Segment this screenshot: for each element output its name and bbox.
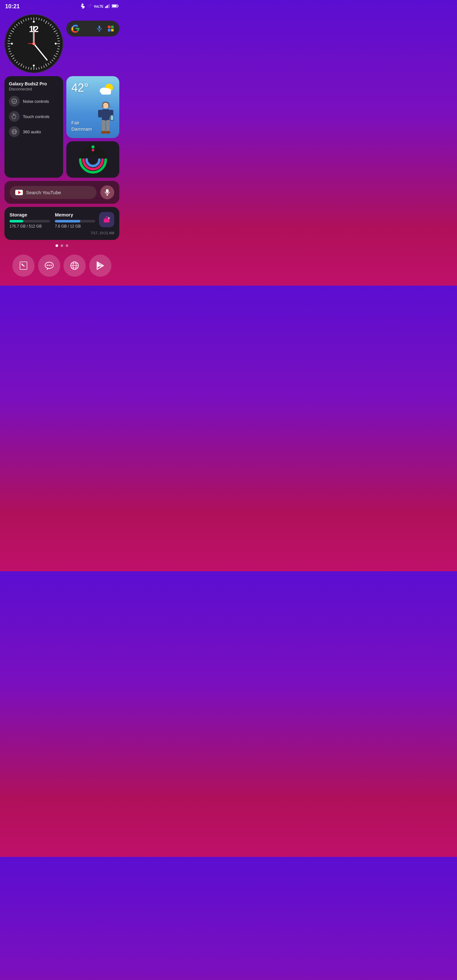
- svg-line-13: [45, 21, 47, 24]
- svg-rect-99: [98, 110, 102, 118]
- youtube-widget[interactable]: Search YouTube: [5, 181, 119, 204]
- google-action-icons: [96, 25, 114, 32]
- svg-point-128: [47, 265, 48, 266]
- svg-line-45: [16, 62, 18, 63]
- internet-icon: [70, 261, 80, 270]
- svg-line-55: [8, 38, 11, 38]
- svg-rect-86: [111, 29, 114, 32]
- svg-line-28: [54, 55, 56, 57]
- clock-widget[interactable]: 12: [5, 14, 63, 73]
- battery-icon: [112, 4, 119, 9]
- svg-point-114: [92, 149, 94, 151]
- signal-icon: [105, 4, 110, 9]
- audio-360-icon: [9, 126, 20, 137]
- svg-line-62: [18, 22, 20, 24]
- svg-rect-6: [118, 5, 118, 7]
- storage-label: Storage: [10, 212, 50, 217]
- svg-line-66: [28, 18, 29, 20]
- memory-bar-bg: [55, 220, 95, 223]
- google-search-bar[interactable]: [66, 21, 119, 37]
- weather-city: Dammam: [72, 126, 92, 132]
- page-dot-1[interactable]: [61, 244, 63, 247]
- svg-line-57: [10, 33, 12, 34]
- svg-line-41: [26, 67, 26, 69]
- svg-rect-106: [106, 131, 110, 134]
- dock-internet[interactable]: [64, 255, 86, 277]
- svg-line-48: [11, 55, 14, 57]
- svg-line-17: [53, 28, 55, 30]
- svg-line-36: [39, 67, 39, 70]
- svg-line-43: [21, 64, 22, 66]
- storage-bar-bg: [10, 220, 50, 223]
- svg-line-37: [36, 68, 37, 70]
- page-dot-2[interactable]: [66, 244, 68, 247]
- svg-line-39: [31, 68, 32, 70]
- google-mic-icon[interactable]: [96, 25, 103, 32]
- youtube-mic-button[interactable]: [100, 185, 114, 199]
- svg-line-9: [36, 18, 37, 20]
- health-widget[interactable]: [66, 141, 119, 178]
- storage-value: 176.7 GB / 512 GB: [10, 224, 50, 229]
- weather-condition: Fair: [72, 120, 80, 126]
- svg-line-31: [50, 62, 51, 63]
- youtube-mic-icon: [104, 189, 110, 196]
- svg-rect-102: [111, 116, 113, 120]
- dock-play-store[interactable]: [89, 255, 111, 277]
- svg-line-34: [43, 66, 45, 68]
- svg-rect-2: [107, 5, 108, 8]
- storage-widget[interactable]: Storage 176.7 GB / 512 GB Memory 7.6 GB …: [5, 207, 119, 240]
- svg-rect-0: [105, 7, 106, 8]
- svg-rect-103: [102, 120, 105, 132]
- dock-messages[interactable]: [38, 255, 60, 277]
- svg-rect-98: [102, 109, 110, 121]
- weather-widget[interactable]: 42°: [66, 76, 119, 138]
- svg-line-24: [58, 46, 60, 46]
- svg-line-65: [26, 19, 26, 21]
- svg-line-42: [23, 66, 24, 68]
- svg-line-60: [14, 26, 16, 28]
- audio-360-option[interactable]: 360 audio: [9, 126, 59, 137]
- svg-point-71: [33, 65, 35, 67]
- page-dot-0[interactable]: [56, 244, 58, 247]
- svg-rect-85: [108, 29, 110, 32]
- touch-controls-option[interactable]: Touch controls: [9, 111, 59, 122]
- google-lens-icon[interactable]: [107, 25, 114, 32]
- svg-line-33: [45, 64, 47, 66]
- svg-line-32: [48, 63, 49, 65]
- svg-point-72: [11, 43, 13, 45]
- weather-figure: [96, 102, 116, 138]
- svg-line-49: [10, 53, 12, 54]
- svg-line-74: [34, 44, 47, 60]
- svg-line-11: [41, 19, 42, 21]
- memory-label: Memory: [55, 212, 95, 217]
- svg-line-64: [23, 20, 24, 22]
- buds-widget[interactable]: Galaxy Buds2 Pro Disconnected Noise cont…: [5, 76, 63, 178]
- svg-rect-4: [109, 4, 110, 8]
- youtube-search-text: Search YouTube: [26, 190, 61, 195]
- row2: Galaxy Buds2 Pro Disconnected Noise cont…: [5, 76, 119, 178]
- touch-controls-icon: [9, 111, 20, 122]
- youtube-search-bar[interactable]: Search YouTube: [10, 186, 97, 199]
- memory-section: Memory 7.6 GB / 12 GB: [55, 212, 95, 229]
- svg-point-70: [55, 43, 57, 45]
- svg-point-129: [49, 265, 50, 266]
- storage-bar-fill: [10, 220, 23, 223]
- svg-line-46: [14, 60, 16, 61]
- svg-line-58: [11, 30, 14, 32]
- youtube-icon: [15, 190, 23, 195]
- mute-icon: [80, 3, 85, 10]
- svg-line-44: [18, 63, 20, 65]
- storage-clean-button[interactable]: [99, 212, 114, 227]
- svg-line-40: [28, 67, 29, 70]
- svg-line-12: [43, 20, 45, 22]
- dock-phone[interactable]: [13, 255, 35, 277]
- wifi-icon: [87, 3, 92, 10]
- svg-line-47: [13, 58, 14, 59]
- svg-line-50: [9, 51, 11, 52]
- phone-icon: [19, 261, 28, 270]
- memory-bar-fill: [55, 220, 80, 223]
- svg-rect-3: [108, 4, 109, 8]
- svg-rect-96: [102, 105, 104, 108]
- noise-controls-option[interactable]: Noise controls: [9, 96, 59, 107]
- svg-line-59: [13, 28, 14, 30]
